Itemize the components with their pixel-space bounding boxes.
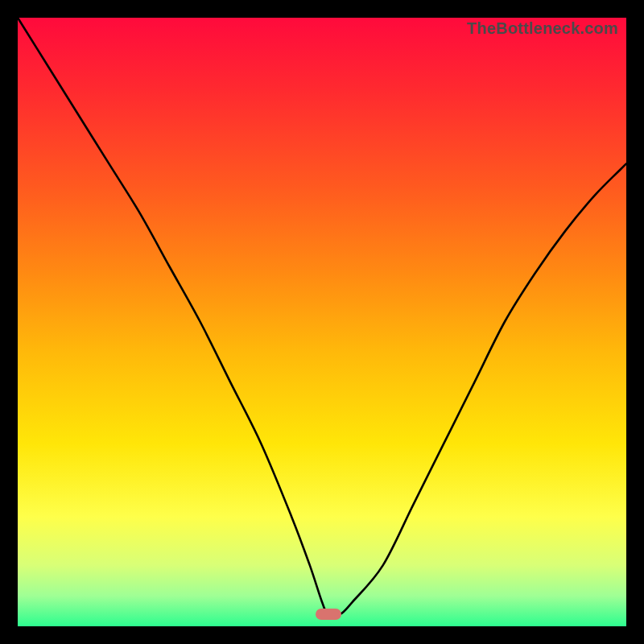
bottleneck-curve: [18, 18, 626, 626]
chart-frame: TheBottleneck.com: [0, 0, 644, 644]
optimum-marker: [316, 609, 341, 620]
plot-area: TheBottleneck.com: [18, 18, 626, 626]
curve-path: [18, 18, 626, 616]
attribution-label: TheBottleneck.com: [467, 19, 618, 38]
